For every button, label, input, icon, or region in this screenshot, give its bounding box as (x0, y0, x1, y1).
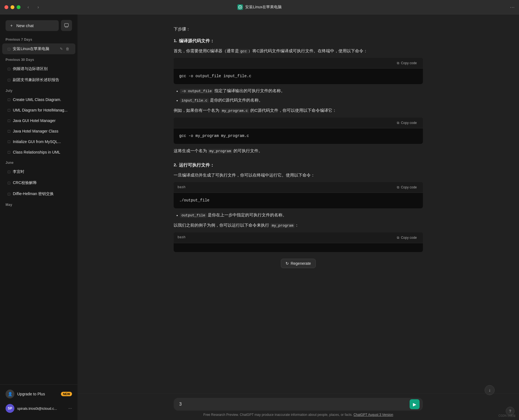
section-1-example: 例如，如果你有一个名为 my_program.c 的C源代码文件，你可以使用以下… (174, 107, 423, 114)
chat-item-text: Java GUI Hotel Manager (13, 118, 70, 123)
chat-item-text: Initialize GUI from MySQL... (13, 139, 70, 144)
send-button[interactable]: ▶ (410, 399, 420, 409)
new-badge: NEW (61, 392, 72, 396)
copy-code-button-2[interactable]: ⧉ Copy code (395, 120, 419, 126)
message-content: 下步骤： 1. 编译源代码文件： 首先，你需要使用C编译器（通常是gcc）将C源… (174, 25, 423, 252)
code-block-1-header: ⧉ Copy code (174, 58, 423, 69)
chat-icon: □ (8, 78, 10, 82)
regenerate-label: Regenerate (291, 261, 311, 266)
section-2-body: 一旦编译成功并生成了可执行文件，你可以在终端中运行它。使用以下命令： (174, 172, 423, 179)
sidebar-bottom: 👤 Upgrade to Plus NEW SP spirals.trios0i… (0, 384, 78, 418)
cgdn-watermark: CGDN 供图版 (499, 414, 516, 418)
section-1-body: 首先，你需要使用C编译器（通常是gcc）将C源代码文件编译成可执行文件。在终端中… (174, 47, 423, 55)
question-mark-icon: ? (509, 409, 511, 413)
bullet-item: • input_file.c 是你的C源代码文件的名称。 (176, 97, 423, 104)
code-block-1-body: gcc -o output_file input_file.c (174, 69, 423, 84)
chat-item-actions: ✎ 🗑 (59, 46, 70, 51)
copy-code-button-1[interactable]: ⧉ Copy code (395, 60, 419, 66)
titlebar-more-button[interactable]: ··· (510, 4, 515, 10)
copy-label-1: Copy code (401, 61, 417, 65)
copy-icon-2: ⧉ (397, 121, 399, 125)
code-block-3: bash ⧉ Copy code ./output_file (174, 182, 423, 208)
chat-icon: □ (8, 67, 10, 71)
chat-icon: □ (8, 192, 10, 196)
titlebar-center: 安装Linux在苹果电脑 (237, 4, 281, 10)
fullscreen-traffic-light[interactable] (17, 5, 20, 9)
list-item[interactable]: □ 李宜时 (2, 167, 75, 177)
list-item[interactable]: □ 倒频谱与边际谱区别 (2, 64, 75, 74)
user-more-button[interactable]: ··· (68, 406, 72, 411)
edit-icon[interactable]: ✎ (59, 46, 63, 51)
code-block-3-body: ./output_file (174, 193, 423, 208)
chat-icon: □ (8, 150, 10, 154)
copy-label-4: Copy code (401, 236, 417, 240)
section-2-number: 2. (174, 161, 177, 169)
list-item[interactable]: □ CRC校验解释 (2, 178, 75, 188)
upgrade-to-plus-button[interactable]: 👤 Upgrade to Plus NEW (2, 387, 75, 401)
section-label-may: May (0, 199, 78, 208)
section-1-number: 1. (174, 37, 177, 45)
list-item[interactable]: □ Class Relationships in UML (2, 147, 75, 157)
input-area: 3 ▶ Free Research Preview. ChatGPT may p… (78, 393, 519, 420)
chat-item-text: 倒频谱与边际谱区别 (13, 66, 70, 71)
list-item[interactable]: □ Create UML Class Diagram. (2, 95, 75, 105)
chat-item-text: Java Hotel Manager Class (13, 129, 70, 133)
chat-scroll[interactable]: 下步骤： 1. 编译源代码文件： 首先，你需要使用C编译器（通常是gcc）将C源… (78, 14, 519, 393)
chat-item-text: Class Relationships in UML (13, 150, 70, 154)
list-item[interactable]: □ UML Diagram for HotelManag... (2, 105, 75, 115)
chat-icon: □ (8, 118, 10, 123)
copy-code-button-3[interactable]: ⧉ Copy code (395, 184, 419, 190)
scroll-down-button[interactable]: ↓ (485, 385, 495, 395)
regenerate-button[interactable]: ↻ Regenerate (281, 259, 315, 268)
section-2-title: 运行可执行文件： (179, 161, 214, 169)
code-block-2-header: ⧉ Copy code (174, 118, 423, 128)
list-item[interactable]: □ Diffie-Hellman 密钥交换 (2, 189, 75, 199)
numbered-item-2: 2. 运行可执行文件： 一旦编译成功并生成了可执行文件，你可以在终端中运行它。使… (174, 161, 423, 252)
copy-label-3: Copy code (401, 185, 417, 189)
list-item[interactable]: □ 副团支书兼副班长述职报告 (2, 75, 75, 85)
section-1-title: 编译源代码文件： (179, 37, 214, 45)
code-block-2: ⧉ Copy code gcc -o my_program my_program… (174, 118, 423, 144)
close-traffic-light[interactable] (4, 5, 8, 9)
titlebar: ‹ › 安装Linux在苹果电脑 ··· (0, 0, 519, 14)
bullet-list-1: • -o output_file 指定了编译输出的可执行文件的名称。 • inp… (174, 87, 423, 104)
footer-text: Free Research Preview. ChatGPT may produ… (174, 411, 423, 418)
svg-rect-2 (65, 27, 68, 27)
forward-button[interactable]: › (35, 4, 42, 11)
list-item[interactable]: □ Initialize GUI from MySQL... (2, 137, 75, 147)
list-item[interactable]: □ Java Hotel Manager Class (2, 126, 75, 136)
bullet-item: • -o output_file 指定了编译输出的可执行文件的名称。 (176, 87, 423, 95)
app-icon (237, 4, 243, 10)
list-item[interactable]: □ Java GUI Hotel Manager (2, 116, 75, 126)
input-field-value[interactable]: 3 (179, 402, 406, 407)
chat-item-text: 李宜时 (13, 169, 70, 174)
section-label-july: July (0, 85, 78, 94)
copy-label-2: Copy code (401, 121, 417, 125)
code-lang-4: bash (178, 235, 186, 240)
sidebar: ＋ New chat Previous 7 Days □ 安装Linux在苹果电… (0, 14, 78, 420)
numbered-item-1: 1. 编译源代码文件： 首先，你需要使用C编译器（通常是gcc）将C源代码文件编… (174, 37, 423, 155)
new-chat-button[interactable]: ＋ New chat (6, 20, 59, 31)
user-row[interactable]: SP spirals.trios0i@icloud.c... ··· (2, 401, 75, 416)
bullet-item: • output_file 是你在上一步中指定的可执行文件的名称。 (176, 212, 423, 219)
code-block-4-body (174, 243, 423, 252)
new-chat-label: New chat (16, 23, 34, 28)
copy-icon-1: ⧉ (397, 61, 399, 65)
minimize-traffic-light[interactable] (11, 5, 14, 9)
compose-button[interactable] (61, 20, 72, 31)
footer-link[interactable]: ChatGPT August 3 Version (353, 413, 393, 417)
avatar: SP (6, 404, 14, 413)
send-icon: ▶ (413, 402, 416, 407)
regenerate-icon: ↻ (286, 261, 289, 266)
chat-icon: □ (8, 97, 10, 102)
copy-code-button-4[interactable]: ⧉ Copy code (395, 235, 419, 241)
back-button[interactable]: ‹ (25, 4, 32, 11)
chat-item-text: UML Diagram for HotelManag... (13, 108, 70, 112)
traffic-lights (4, 5, 20, 9)
delete-icon[interactable]: 🗑 (65, 46, 70, 51)
chat-icon: □ (8, 129, 10, 133)
upgrade-label: Upgrade to Plus (17, 392, 58, 396)
code-block-1: ⧉ Copy code gcc -o output_file input_fil… (174, 58, 423, 84)
new-chat-row: ＋ New chat (2, 18, 75, 33)
chat-item-active[interactable]: □ 安装Linux在苹果电脑 ✎ 🗑 (2, 43, 75, 54)
